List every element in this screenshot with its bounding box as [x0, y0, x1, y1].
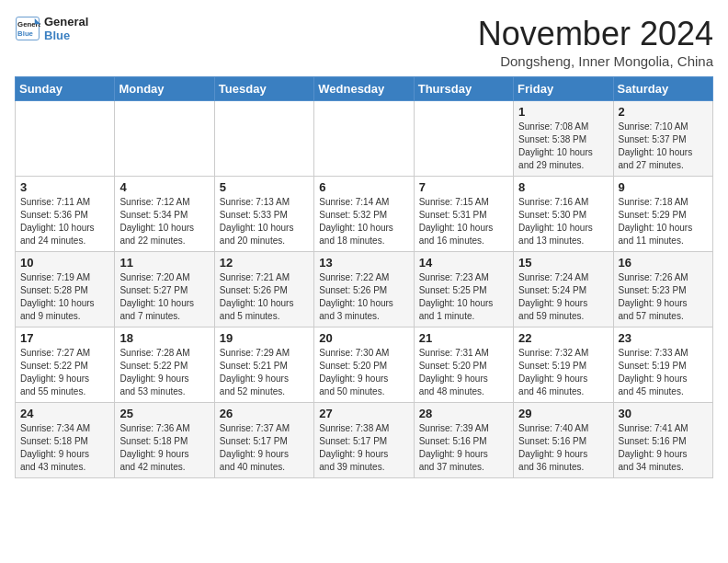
calendar-cell: 10Sunrise: 7:19 AM Sunset: 5:28 PM Dayli… [16, 252, 115, 327]
day-number: 16 [619, 256, 708, 270]
day-number: 18 [119, 331, 209, 345]
day-info: Sunrise: 7:29 AM Sunset: 5:21 PM Dayligh… [220, 347, 309, 398]
day-info: Sunrise: 7:15 AM Sunset: 5:31 PM Dayligh… [419, 196, 508, 247]
day-number: 27 [319, 407, 408, 420]
calendar-cell: 15Sunrise: 7:24 AM Sunset: 5:24 PM Dayli… [514, 252, 613, 327]
logo-blue: Blue [44, 29, 88, 42]
day-number: 19 [220, 331, 309, 345]
calendar-cell: 20Sunrise: 7:30 AM Sunset: 5:20 PM Dayli… [314, 327, 414, 403]
calendar-cell: 19Sunrise: 7:29 AM Sunset: 5:21 PM Dayli… [214, 327, 313, 403]
day-number: 9 [619, 180, 708, 194]
day-number: 8 [518, 180, 608, 194]
calendar-cell: 5Sunrise: 7:13 AM Sunset: 5:33 PM Daylig… [214, 177, 313, 252]
calendar-cell: 13Sunrise: 7:22 AM Sunset: 5:26 PM Dayli… [314, 252, 414, 327]
calendar-week-5: 24Sunrise: 7:34 AM Sunset: 5:18 PM Dayli… [16, 403, 713, 478]
day-number: 14 [419, 256, 508, 270]
day-info: Sunrise: 7:30 AM Sunset: 5:20 PM Dayligh… [319, 347, 408, 398]
month-title: November 2024 [478, 15, 713, 53]
calendar-cell: 7Sunrise: 7:15 AM Sunset: 5:31 PM Daylig… [414, 177, 513, 252]
day-info: Sunrise: 7:21 AM Sunset: 5:26 PM Dayligh… [220, 271, 309, 323]
day-number: 6 [319, 180, 408, 194]
location: Dongsheng, Inner Mongolia, China [478, 53, 713, 69]
svg-text:Blue: Blue [17, 29, 34, 38]
day-number: 7 [419, 180, 508, 194]
day-number: 29 [518, 407, 608, 420]
calendar-cell: 3Sunrise: 7:11 AM Sunset: 5:36 PM Daylig… [16, 177, 115, 252]
calendar-week-1: 1Sunrise: 7:08 AM Sunset: 5:38 PM Daylig… [16, 101, 713, 177]
day-number: 20 [319, 331, 408, 345]
calendar-week-2: 3Sunrise: 7:11 AM Sunset: 5:36 PM Daylig… [16, 177, 713, 252]
day-number: 4 [119, 180, 209, 194]
calendar-cell [314, 101, 414, 177]
day-number: 10 [20, 256, 109, 270]
weekday-header-wednesday: Wednesday [314, 77, 414, 101]
page-header: General Blue General Blue November 2024 … [15, 15, 713, 69]
calendar-cell: 6Sunrise: 7:14 AM Sunset: 5:32 PM Daylig… [314, 177, 414, 252]
day-info: Sunrise: 7:38 AM Sunset: 5:17 PM Dayligh… [319, 422, 408, 474]
day-number: 17 [20, 331, 109, 345]
day-info: Sunrise: 7:39 AM Sunset: 5:16 PM Dayligh… [419, 422, 508, 474]
calendar-cell: 18Sunrise: 7:28 AM Sunset: 5:22 PM Dayli… [115, 327, 214, 403]
day-number: 3 [20, 180, 109, 194]
calendar-cell: 12Sunrise: 7:21 AM Sunset: 5:26 PM Dayli… [214, 252, 313, 327]
calendar-cell: 14Sunrise: 7:23 AM Sunset: 5:25 PM Dayli… [414, 252, 513, 327]
logo-general: General [44, 15, 88, 29]
calendar-cell: 23Sunrise: 7:33 AM Sunset: 5:19 PM Dayli… [613, 327, 712, 403]
day-info: Sunrise: 7:19 AM Sunset: 5:28 PM Dayligh… [20, 271, 109, 323]
day-info: Sunrise: 7:36 AM Sunset: 5:18 PM Dayligh… [119, 422, 209, 474]
calendar-cell: 26Sunrise: 7:37 AM Sunset: 5:17 PM Dayli… [214, 403, 313, 478]
day-info: Sunrise: 7:34 AM Sunset: 5:18 PM Dayligh… [20, 422, 109, 474]
title-block: November 2024 Dongsheng, Inner Mongolia,… [478, 15, 713, 69]
weekday-header-saturday: Saturday [613, 77, 712, 101]
day-info: Sunrise: 7:10 AM Sunset: 5:37 PM Dayligh… [619, 121, 708, 172]
calendar-week-4: 17Sunrise: 7:27 AM Sunset: 5:22 PM Dayli… [16, 327, 713, 403]
day-info: Sunrise: 7:20 AM Sunset: 5:27 PM Dayligh… [119, 271, 209, 323]
day-info: Sunrise: 7:23 AM Sunset: 5:25 PM Dayligh… [419, 271, 508, 323]
calendar-cell: 2Sunrise: 7:10 AM Sunset: 5:37 PM Daylig… [613, 101, 712, 177]
day-number: 22 [518, 331, 608, 345]
day-info: Sunrise: 7:28 AM Sunset: 5:22 PM Dayligh… [119, 347, 209, 398]
weekday-header-tuesday: Tuesday [214, 77, 313, 101]
calendar-cell [214, 101, 313, 177]
calendar-cell: 28Sunrise: 7:39 AM Sunset: 5:16 PM Dayli… [414, 403, 513, 478]
day-info: Sunrise: 7:33 AM Sunset: 5:19 PM Dayligh… [619, 347, 708, 398]
day-info: Sunrise: 7:13 AM Sunset: 5:33 PM Dayligh… [220, 196, 309, 247]
day-info: Sunrise: 7:12 AM Sunset: 5:34 PM Dayligh… [119, 196, 209, 247]
day-number: 28 [419, 407, 508, 420]
calendar-cell [16, 101, 115, 177]
calendar-header-row: SundayMondayTuesdayWednesdayThursdayFrid… [16, 77, 713, 101]
day-number: 15 [518, 256, 608, 270]
day-number: 11 [119, 256, 209, 270]
calendar-cell: 30Sunrise: 7:41 AM Sunset: 5:16 PM Dayli… [613, 403, 712, 478]
calendar-week-3: 10Sunrise: 7:19 AM Sunset: 5:28 PM Dayli… [16, 252, 713, 327]
day-info: Sunrise: 7:31 AM Sunset: 5:20 PM Dayligh… [419, 347, 508, 398]
day-number: 23 [619, 331, 708, 345]
day-info: Sunrise: 7:27 AM Sunset: 5:22 PM Dayligh… [20, 347, 109, 398]
calendar-cell: 29Sunrise: 7:40 AM Sunset: 5:16 PM Dayli… [514, 403, 613, 478]
calendar-cell: 27Sunrise: 7:38 AM Sunset: 5:17 PM Dayli… [314, 403, 414, 478]
calendar-cell: 22Sunrise: 7:32 AM Sunset: 5:19 PM Dayli… [514, 327, 613, 403]
calendar-table: SundayMondayTuesdayWednesdayThursdayFrid… [15, 76, 713, 478]
calendar-cell: 4Sunrise: 7:12 AM Sunset: 5:34 PM Daylig… [115, 177, 214, 252]
calendar-cell: 17Sunrise: 7:27 AM Sunset: 5:22 PM Dayli… [16, 327, 115, 403]
day-number: 2 [619, 105, 708, 119]
calendar-cell: 1Sunrise: 7:08 AM Sunset: 5:38 PM Daylig… [514, 101, 613, 177]
calendar-cell [115, 101, 214, 177]
day-info: Sunrise: 7:14 AM Sunset: 5:32 PM Dayligh… [319, 196, 408, 247]
day-info: Sunrise: 7:22 AM Sunset: 5:26 PM Dayligh… [319, 271, 408, 323]
day-number: 21 [419, 331, 508, 345]
calendar-cell: 21Sunrise: 7:31 AM Sunset: 5:20 PM Dayli… [414, 327, 513, 403]
logo: General Blue General Blue [15, 15, 88, 42]
weekday-header-friday: Friday [514, 77, 613, 101]
day-number: 30 [619, 407, 708, 420]
day-info: Sunrise: 7:18 AM Sunset: 5:29 PM Dayligh… [619, 196, 708, 247]
calendar-body: 1Sunrise: 7:08 AM Sunset: 5:38 PM Daylig… [16, 101, 713, 478]
day-info: Sunrise: 7:16 AM Sunset: 5:30 PM Dayligh… [518, 196, 608, 247]
day-info: Sunrise: 7:11 AM Sunset: 5:36 PM Dayligh… [20, 196, 109, 247]
day-info: Sunrise: 7:32 AM Sunset: 5:19 PM Dayligh… [518, 347, 608, 398]
calendar-cell: 24Sunrise: 7:34 AM Sunset: 5:18 PM Dayli… [16, 403, 115, 478]
logo-icon: General Blue [15, 16, 40, 41]
day-info: Sunrise: 7:26 AM Sunset: 5:23 PM Dayligh… [619, 271, 708, 323]
day-info: Sunrise: 7:40 AM Sunset: 5:16 PM Dayligh… [518, 422, 608, 474]
day-number: 12 [220, 256, 309, 270]
